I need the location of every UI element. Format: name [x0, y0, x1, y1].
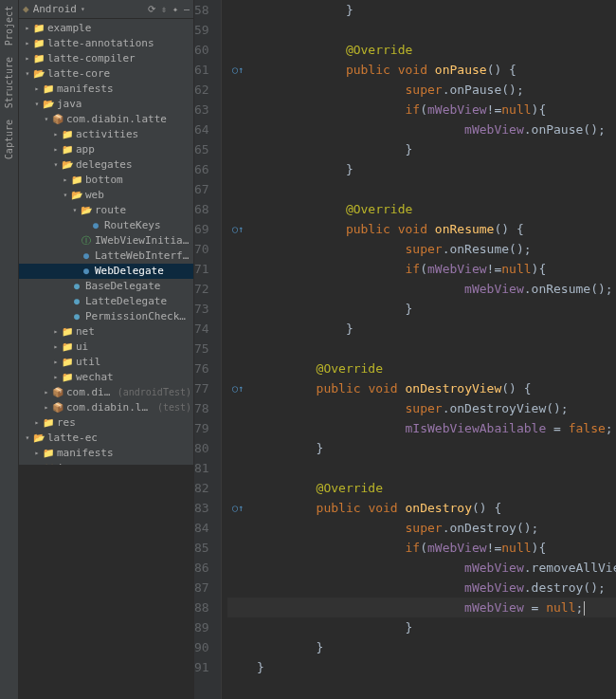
expand-arrow-icon[interactable]: ▾ [70, 203, 80, 218]
tree-item[interactable]: ●LatteWebInterface [19, 248, 193, 264]
tree-item[interactable]: ▸📁example [19, 21, 193, 36]
tree-item[interactable]: ▾📂latte-ec [19, 431, 193, 446]
line-number[interactable]: 64 [194, 120, 209, 139]
expand-arrow-icon[interactable]: ▸ [42, 400, 51, 415]
expand-arrow-icon[interactable]: ▸ [32, 446, 42, 461]
line-number[interactable]: 91 [194, 657, 209, 677]
tree-item[interactable]: ▸📦com.diabin.latte(test) [19, 400, 193, 415]
tree-item[interactable]: ▸📁manifests [19, 82, 193, 97]
line-number[interactable]: 75 [194, 339, 209, 359]
code-line[interactable]: super.onResume(); [227, 239, 616, 259]
tree-item[interactable]: ▾📦com.diabin.latte [19, 112, 193, 127]
autoscroll-icon[interactable]: ⇳ [161, 4, 167, 14]
expand-arrow-icon[interactable]: ▾ [23, 66, 32, 82]
tree-item[interactable]: ▾📂route [19, 203, 193, 218]
line-number[interactable]: 61○↑ [194, 60, 209, 80]
line-number[interactable]: 77○↑ [194, 378, 209, 398]
code-line[interactable]: } [227, 139, 616, 159]
expand-arrow-icon[interactable]: ▸ [51, 324, 61, 340]
expand-arrow-icon[interactable]: ▸ [61, 173, 70, 188]
tree-item[interactable]: ●LatteDelegate [19, 294, 193, 309]
tree-item[interactable]: ●RouteKeys [19, 218, 193, 233]
expand-arrow-icon[interactable]: ▾ [32, 97, 42, 112]
tree-item[interactable]: ▸📁latte-compiler [19, 51, 193, 66]
expand-arrow-icon[interactable]: ▸ [32, 415, 42, 431]
tree-item[interactable]: ▸📁activities [19, 127, 193, 142]
expand-arrow-icon[interactable]: ▸ [51, 370, 61, 385]
line-number[interactable]: 69○↑ [194, 219, 209, 239]
code-line[interactable]: mWebView.onResume(); [227, 279, 616, 299]
tree-item[interactable]: ▸📁bottom [19, 173, 193, 188]
line-number[interactable]: 82 [194, 478, 209, 498]
sync-icon[interactable]: ⟳ [148, 4, 155, 14]
tool-tab-project[interactable]: Project [4, 0, 14, 51]
override-marker-icon[interactable]: ○↑ [230, 60, 245, 80]
tool-tab-structure[interactable]: Structure [4, 51, 14, 114]
editor-code-area[interactable]: } @Override public void onPause() { supe… [222, 0, 616, 699]
expand-arrow-icon[interactable]: ▸ [51, 142, 61, 157]
code-line[interactable]: } [227, 637, 616, 657]
code-editor[interactable]: 58596061○↑6263646566676869○↑707172737475… [194, 0, 616, 699]
expand-arrow-icon[interactable]: ▸ [23, 36, 32, 51]
code-line[interactable]: super.onDestroyView(); [227, 398, 616, 418]
tree-item[interactable]: ▸📁util [19, 355, 193, 370]
code-line[interactable] [227, 458, 616, 478]
override-marker-icon[interactable]: ○↑ [230, 219, 245, 239]
tree-item[interactable]: ▸📁res [19, 415, 193, 431]
expand-arrow-icon[interactable]: ▸ [51, 355, 61, 370]
tree-item[interactable]: ▸📁manifests [19, 446, 193, 461]
tree-item[interactable]: ▸📁net [19, 324, 193, 340]
expand-arrow-icon[interactable]: ▸ [51, 340, 61, 355]
code-line[interactable]: @Override [227, 478, 616, 498]
expand-arrow-icon[interactable]: ▸ [42, 385, 51, 400]
tree-item[interactable]: ▸📁app [19, 142, 193, 157]
override-marker-icon[interactable]: ○↑ [230, 498, 245, 518]
line-number[interactable]: 72 [194, 279, 209, 299]
line-number[interactable]: 84 [194, 518, 209, 538]
line-number[interactable]: 59 [194, 20, 209, 40]
editor-gutter[interactable]: 58596061○↑6263646566676869○↑707172737475… [194, 0, 222, 699]
code-line[interactable]: super.onPause(); [227, 80, 616, 100]
code-line[interactable]: mIsWebViewAbailable = false; [227, 418, 616, 438]
code-line[interactable]: } [227, 0, 616, 20]
line-number[interactable]: 78 [194, 398, 209, 418]
line-number[interactable]: 68 [194, 199, 209, 219]
expand-arrow-icon[interactable]: ▸ [23, 21, 32, 36]
code-line[interactable]: mWebView.destroy(); [227, 578, 616, 598]
code-line[interactable]: public void onDestroy() { [227, 498, 616, 518]
code-line[interactable]: mWebView.onPause(); [227, 120, 616, 139]
code-line[interactable]: } [227, 299, 616, 319]
tree-item[interactable]: ▾📂latte-core [19, 66, 193, 82]
expand-arrow-icon[interactable]: ▸ [23, 51, 32, 66]
expand-arrow-icon[interactable]: ▾ [51, 157, 61, 173]
code-line[interactable]: } [227, 657, 616, 677]
line-number[interactable]: 63 [194, 100, 209, 120]
code-line[interactable]: } [227, 319, 616, 339]
code-line[interactable]: mWebView = null; [227, 598, 616, 617]
line-number[interactable]: 80 [194, 438, 209, 458]
code-line[interactable]: @Override [227, 199, 616, 219]
line-number[interactable]: 62 [194, 80, 209, 100]
code-line[interactable]: @Override [227, 40, 616, 60]
line-number[interactable]: 89 [194, 617, 209, 637]
line-number[interactable]: 85 [194, 538, 209, 558]
tree-item[interactable]: ●PermissionCheckerDelegate [19, 309, 193, 324]
expand-arrow-icon[interactable]: ▾ [23, 431, 32, 446]
line-number[interactable]: 81 [194, 458, 209, 478]
line-number[interactable]: 87 [194, 578, 209, 598]
line-number[interactable]: 70 [194, 239, 209, 259]
hide-icon[interactable]: — [184, 4, 190, 14]
tree-item[interactable]: ▾📂delegates [19, 157, 193, 173]
line-number[interactable]: 79 [194, 418, 209, 438]
expand-arrow-icon[interactable]: ▾ [42, 112, 51, 127]
project-view-selector[interactable]: ◆ Android ▾ [23, 3, 148, 15]
expand-arrow-icon[interactable]: ▸ [32, 82, 42, 97]
line-number[interactable]: 86 [194, 558, 209, 578]
tree-item[interactable]: ▸📁java [19, 461, 193, 465]
code-line[interactable]: mWebView.removeAllViews(); [227, 558, 616, 578]
settings-icon[interactable]: ✦ [172, 4, 178, 14]
line-number[interactable]: 60 [194, 40, 209, 60]
code-line[interactable]: if(mWebView!=null){ [227, 538, 616, 558]
tool-tab-capture[interactable]: Capture [4, 114, 14, 165]
tree-item[interactable]: ▾📂java [19, 97, 193, 112]
